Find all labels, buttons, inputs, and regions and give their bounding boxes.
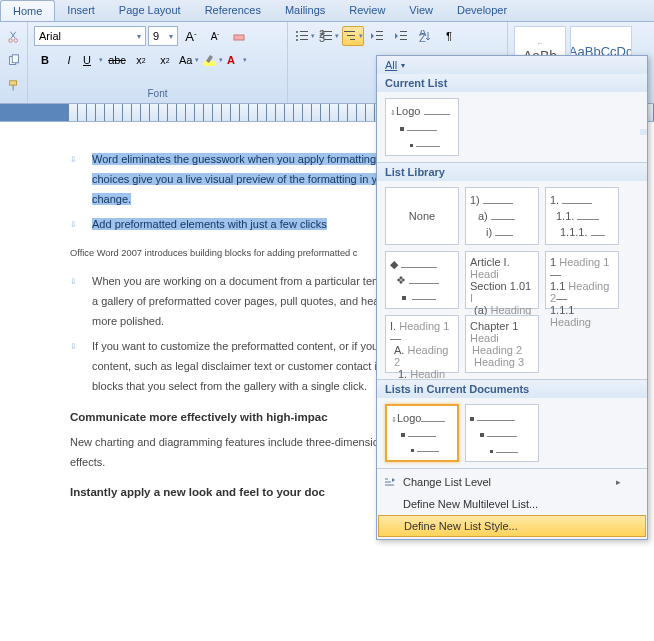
superscript-button[interactable]: x2 [154,50,176,70]
clear-format-button[interactable] [228,26,250,46]
list-tile[interactable]: I. Heading 1—A. Heading 21. Headin [385,315,459,373]
svg-rect-14 [324,31,332,32]
multilevel-list-dropdown: All ▾ Current List ⇩Logo List Library No… [376,55,648,540]
font-color-button[interactable]: A▾ [226,50,248,70]
format-painter-icon[interactable] [7,79,21,95]
list-tile[interactable]: Chapter 1 HeadiHeading 2Heading 3 [465,315,539,373]
sort-button[interactable]: AZ [414,26,436,46]
list-tile[interactable]: 1. 1.1. 1.1.1. [545,187,619,245]
body-text: Word eliminates the guesswork when you a… [92,150,408,209]
svg-rect-23 [376,35,383,36]
tab-view[interactable]: View [397,0,445,21]
tab-developer[interactable]: Developer [445,0,519,21]
svg-rect-6 [204,61,216,66]
svg-rect-16 [324,35,332,36]
svg-rect-18 [324,39,332,40]
highlight-button[interactable]: ▾ [202,50,224,70]
bullet-icon: ⇩ [70,218,78,235]
shrink-font-button[interactable]: Aˇ [204,26,226,46]
svg-point-1 [14,39,18,43]
svg-rect-24 [376,39,383,40]
bullet-icon: ⇩ [70,340,78,396]
bullet-icon: ⇩ [70,275,78,331]
svg-rect-27 [400,39,407,40]
section-current-list: Current List [377,74,647,92]
svg-rect-3 [12,55,18,63]
svg-rect-8 [300,31,308,32]
svg-text:Z: Z [419,32,426,42]
svg-rect-25 [400,31,407,32]
list-tile[interactable]: 1) a) i) [465,187,539,245]
font-group-label: Font [34,88,281,99]
bullets-button[interactable]: ▾ [294,26,316,46]
dropdown-filter[interactable]: All ▾ [377,56,647,74]
svg-rect-5 [234,35,244,40]
tab-page-layout[interactable]: Page Layout [107,0,193,21]
svg-rect-20 [347,35,355,36]
tab-insert[interactable]: Insert [55,0,107,21]
svg-rect-4 [9,81,16,85]
menu-change-list-level[interactable]: Change List Level▸ [377,471,647,493]
change-case-button[interactable]: Aa▾ [178,50,200,70]
list-tile-current[interactable]: ⇩Logo [385,98,459,156]
font-size-select[interactable]: 9▾ [148,26,178,46]
svg-rect-10 [300,35,308,36]
svg-rect-12 [300,39,308,40]
tab-home[interactable]: Home [0,0,55,21]
font-group: Arial▾ 9▾ Aˆ Aˇ B I U▾ abc x2 x2 Aa▾ ▾ A… [28,22,288,103]
menu-define-multilevel[interactable]: Define New Multilevel List... [377,493,647,515]
numbering-button[interactable]: 123▾ [318,26,340,46]
svg-point-7 [296,31,298,33]
list-tile-doc[interactable] [465,404,539,462]
list-tile[interactable]: Article I. HeadiSection 1.01 I(a) Headin… [465,251,539,309]
increase-indent-button[interactable] [390,26,412,46]
subscript-button[interactable]: x2 [130,50,152,70]
list-tile[interactable]: 1 Heading 1—1.1 Heading 2—1.1.1 Heading [545,251,619,309]
italic-button[interactable]: I [58,50,80,70]
strike-button[interactable]: abc [106,50,128,70]
section-lists-in-docs: Lists in Current Documents [377,380,647,398]
svg-rect-26 [400,35,407,36]
clipboard-group [0,22,28,103]
decrease-indent-button[interactable] [366,26,388,46]
svg-rect-21 [350,39,355,40]
svg-point-11 [296,39,298,41]
bullet-icon: ⇩ [70,153,78,209]
list-tile-doc-selected[interactable]: ⇩Logo [385,404,459,462]
tab-mailings[interactable]: Mailings [273,0,337,21]
body-text: If you want to customize the preformatte… [92,337,407,396]
svg-point-9 [296,35,298,37]
underline-button[interactable]: U▾ [82,50,104,70]
copy-icon[interactable] [7,54,21,70]
list-tile-none[interactable]: None [385,187,459,245]
body-text: When you are working on a document from … [92,272,410,331]
font-name-select[interactable]: Arial▾ [34,26,146,46]
svg-rect-22 [376,31,383,32]
menu-define-list-style[interactable]: Define New List Style... [378,515,646,537]
list-tile[interactable]: ◆ ❖ [385,251,459,309]
grow-font-button[interactable]: Aˆ [180,26,202,46]
tab-review[interactable]: Review [337,0,397,21]
ribbon-tabs: Home Insert Page Layout References Maili… [0,0,654,22]
scroll-up-icon[interactable] [640,129,647,135]
svg-point-0 [8,39,12,43]
tab-references[interactable]: References [193,0,273,21]
svg-text:3: 3 [319,32,325,42]
bold-button[interactable]: B [34,50,56,70]
show-marks-button[interactable]: ¶ [438,26,460,46]
dropdown-menu: Change List Level▸ Define New Multilevel… [377,469,647,539]
svg-rect-19 [344,31,355,32]
section-list-library: List Library [377,163,647,181]
multilevel-list-button[interactable]: ▾ [342,26,364,46]
body-text: Add preformatted elements with just a fe… [92,215,327,235]
cut-icon[interactable] [7,30,21,46]
